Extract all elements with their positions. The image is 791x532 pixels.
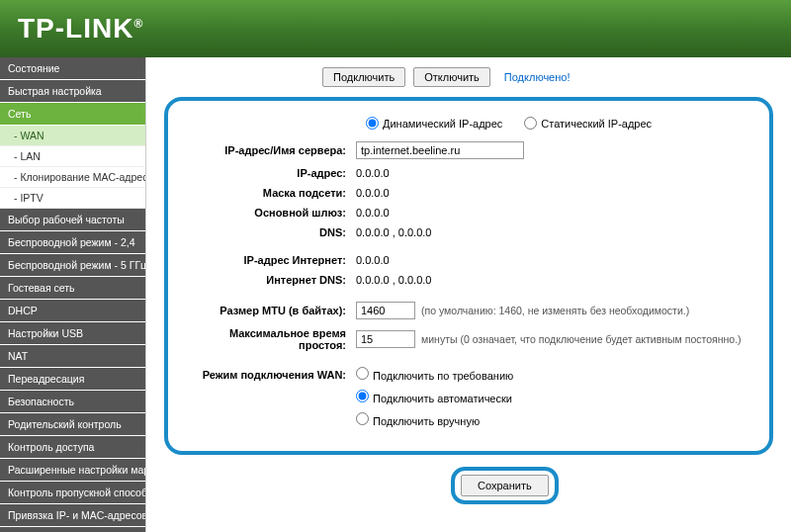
sidebar-item[interactable]: Беспроводной режим - 5 ГГц	[0, 254, 145, 277]
save-button[interactable]: Сохранить	[461, 475, 549, 496]
server-label: IP-адрес/Имя сервера:	[188, 144, 356, 156]
server-input[interactable]	[356, 141, 524, 159]
mode-demand-radio[interactable]	[356, 367, 369, 380]
mtu-hint: (по умолчанию: 1460, не изменять без нео…	[421, 305, 689, 316]
mode-auto-option[interactable]: Подключить автоматически	[356, 390, 512, 404]
sidebar-item[interactable]: Расширенные настройки маршрутизации	[0, 459, 145, 482]
connect-row: Подключить Отключить Подключено!	[322, 67, 773, 87]
dnsnet-value: 0.0.0.0 , 0.0.0.0	[356, 274, 749, 286]
sidebar-item[interactable]: Безопасность	[0, 391, 145, 413]
sidebar: СостояниеБыстрая настройкаСеть- WAN- LAN…	[0, 57, 146, 532]
mode-auto-radio[interactable]	[356, 390, 369, 402]
sidebar-sub-item[interactable]: - WAN	[0, 126, 145, 146]
sidebar-item[interactable]: Выбор рабочей частоты	[0, 209, 145, 231]
sidebar-item[interactable]: Переадресация	[0, 368, 145, 391]
ipnet-value: 0.0.0.0	[356, 254, 749, 266]
dns-value: 0.0.0.0 , 0.0.0.0	[356, 226, 749, 238]
sidebar-sub-item[interactable]: - LAN	[0, 146, 145, 167]
mtu-label: Размер MTU (в байтах):	[188, 305, 356, 316]
sidebar-item[interactable]: Динамический DNS	[0, 527, 145, 532]
ip-value: 0.0.0.0	[356, 167, 749, 179]
gateway-value: 0.0.0.0	[356, 207, 749, 219]
main-content: Подключить Отключить Подключено! Динамич…	[146, 57, 791, 532]
dynamic-ip-radio[interactable]	[366, 117, 379, 130]
sidebar-sub-item[interactable]: - Клонирование MAC-адреса	[0, 167, 145, 188]
dnsnet-label: Интернет DNS:	[188, 274, 356, 286]
sidebar-item[interactable]: Контроль пропускной способности	[0, 482, 145, 504]
sidebar-sub-item[interactable]: - IPTV	[0, 188, 145, 209]
disconnect-button[interactable]: Отключить	[413, 67, 490, 87]
mode-manual-radio[interactable]	[356, 412, 369, 425]
brand-logo: TP-LINK®	[18, 13, 143, 44]
mtu-input[interactable]	[356, 302, 415, 319]
mode-manual-option[interactable]: Подключить вручную	[356, 412, 480, 427]
sidebar-item[interactable]: Состояние	[0, 57, 145, 80]
dns-label: DNS:	[188, 226, 356, 238]
connection-status: Подключено!	[504, 71, 571, 83]
ipnet-label: IP-адрес Интернет:	[188, 254, 356, 266]
sidebar-item[interactable]: Настройки USB	[0, 322, 145, 345]
dynamic-ip-option[interactable]: Динамический IP-адрес	[366, 117, 502, 130]
gateway-label: Основной шлюз:	[188, 207, 356, 219]
static-ip-option[interactable]: Статический IP-адрес	[524, 117, 652, 130]
mode-demand-option[interactable]: Подключить по требованию	[356, 367, 513, 382]
static-ip-radio[interactable]	[524, 117, 537, 130]
ip-label: IP-адрес:	[188, 167, 356, 179]
sidebar-item[interactable]: Беспроводной режим - 2,4	[0, 231, 145, 254]
ip-type-group: Динамический IP-адрес Статический IP-адр…	[366, 117, 749, 130]
sidebar-item[interactable]: NAT	[0, 345, 145, 368]
mask-value: 0.0.0.0	[356, 187, 749, 199]
connect-button[interactable]: Подключить	[322, 67, 405, 87]
sidebar-item[interactable]: Контроль доступа	[0, 436, 145, 459]
idle-label: Максимальное время простоя:	[188, 327, 356, 351]
wan-settings-panel: Динамический IP-адрес Статический IP-адр…	[164, 97, 773, 455]
sidebar-item[interactable]: Родительский контроль	[0, 413, 145, 436]
idle-hint: минуты (0 означает, что подключение буде…	[421, 333, 742, 345]
sidebar-item[interactable]: Сеть	[0, 103, 145, 126]
mask-label: Маска подсети:	[188, 187, 356, 199]
mode-label: Режим подключения WAN:	[188, 369, 356, 381]
header: TP-LINK®	[0, 0, 791, 57]
save-highlight: Сохранить	[451, 467, 559, 504]
sidebar-item[interactable]: DHCP	[0, 300, 145, 322]
sidebar-item[interactable]: Гостевая сеть	[0, 277, 145, 300]
idle-input[interactable]	[356, 330, 415, 348]
sidebar-item[interactable]: Быстрая настройка	[0, 80, 145, 103]
sidebar-item[interactable]: Привязка IP- и MAC-адресов	[0, 504, 145, 527]
